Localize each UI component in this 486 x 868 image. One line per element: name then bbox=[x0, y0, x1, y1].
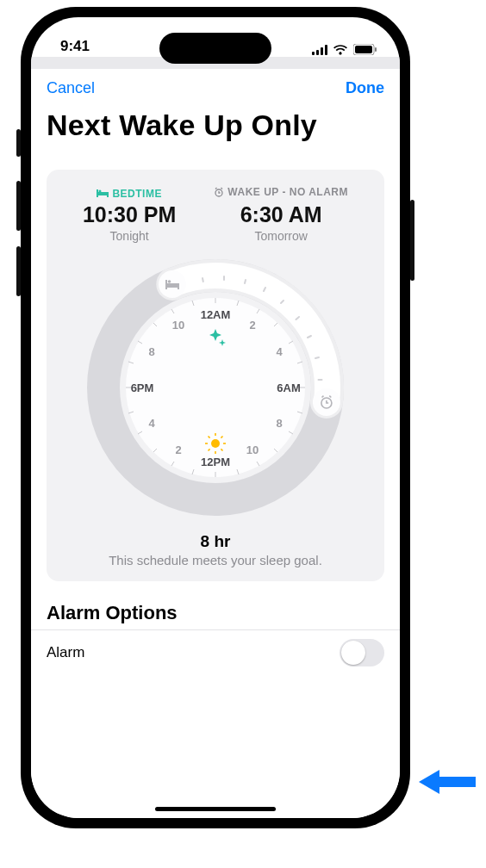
nav-bar: Cancel Done bbox=[31, 69, 400, 107]
svg-rect-2 bbox=[321, 47, 323, 55]
dynamic-island bbox=[159, 33, 271, 64]
svg-rect-0 bbox=[312, 52, 315, 55]
callout-arrow bbox=[419, 766, 476, 797]
svg-rect-59 bbox=[178, 283, 179, 289]
wake-day: Tomorrow bbox=[214, 229, 348, 243]
cancel-button[interactable]: Cancel bbox=[47, 79, 95, 97]
svg-rect-58 bbox=[165, 280, 167, 289]
svg-rect-5 bbox=[355, 46, 372, 53]
done-button[interactable]: Done bbox=[346, 79, 384, 97]
alarm-options-title: Alarm Options bbox=[47, 602, 384, 624]
sleep-schedule-card: BEDTIME 10:30 PM Tonight WAKE UP - NO AL… bbox=[47, 170, 384, 581]
bedtime-handle[interactable] bbox=[159, 270, 186, 298]
dial-2: 2 bbox=[249, 319, 255, 332]
svg-line-49 bbox=[245, 280, 246, 283]
page-title: Next Wake Up Only bbox=[31, 107, 400, 146]
cellular-icon bbox=[312, 45, 327, 55]
svg-rect-8 bbox=[97, 189, 98, 197]
wake-value: 6:30 AM bbox=[214, 202, 348, 227]
svg-point-10 bbox=[99, 190, 102, 193]
duration-goal-text: This schedule meets your sleep goal. bbox=[59, 553, 372, 567]
bedtime-label: BEDTIME bbox=[112, 188, 162, 200]
home-indicator bbox=[155, 807, 276, 811]
alarm-clock-icon bbox=[214, 187, 224, 197]
svg-point-38 bbox=[211, 439, 220, 448]
svg-marker-63 bbox=[419, 770, 476, 794]
dial-12pm: 12PM bbox=[201, 456, 230, 468]
dial-8p: 8 bbox=[148, 345, 154, 358]
svg-rect-7 bbox=[97, 192, 109, 195]
bedtime-block: BEDTIME 10:30 PM Tonight bbox=[83, 185, 176, 243]
dial-2p: 2 bbox=[175, 443, 181, 456]
svg-rect-57 bbox=[165, 283, 179, 288]
battery-icon bbox=[353, 44, 377, 55]
dial-12am: 12AM bbox=[201, 308, 231, 321]
wake-label: WAKE UP - NO ALARM bbox=[227, 186, 348, 198]
wake-block: WAKE UP - NO ALARM 6:30 AM Tomorrow bbox=[214, 185, 348, 243]
dial-8: 8 bbox=[276, 417, 282, 430]
dial-10p: 10 bbox=[172, 319, 184, 332]
alarm-label: Alarm bbox=[47, 644, 84, 661]
dial-4: 4 bbox=[276, 345, 283, 358]
bed-icon bbox=[97, 189, 109, 197]
alarm-toggle[interactable] bbox=[340, 639, 384, 666]
bedtime-value: 10:30 PM bbox=[83, 202, 176, 227]
svg-rect-1 bbox=[316, 50, 319, 55]
status-time: 9:41 bbox=[60, 38, 90, 55]
svg-point-60 bbox=[168, 280, 171, 283]
sleep-dial[interactable]: 12AM 2 4 6AM 8 10 12PM 2 4 6PM 8 10 bbox=[86, 258, 345, 517]
svg-line-47 bbox=[202, 278, 203, 282]
svg-rect-3 bbox=[325, 45, 327, 55]
phone-power-button bbox=[410, 200, 414, 281]
svg-rect-9 bbox=[107, 192, 109, 197]
wake-handle[interactable] bbox=[313, 388, 340, 416]
alarm-row: Alarm bbox=[31, 629, 400, 675]
duration-value: 8 hr bbox=[59, 532, 372, 551]
svg-rect-6 bbox=[375, 47, 377, 52]
dial-10: 10 bbox=[246, 443, 259, 456]
bedtime-day: Tonight bbox=[83, 229, 176, 243]
dial-6pm: 6PM bbox=[131, 381, 154, 394]
wifi-icon bbox=[333, 45, 348, 55]
dial-6am: 6AM bbox=[277, 381, 300, 394]
svg-line-54 bbox=[315, 357, 319, 358]
dial-4p: 4 bbox=[148, 417, 155, 430]
phone-frame: 9:41 Cancel Done Next Wake Up Only bbox=[21, 7, 410, 828]
